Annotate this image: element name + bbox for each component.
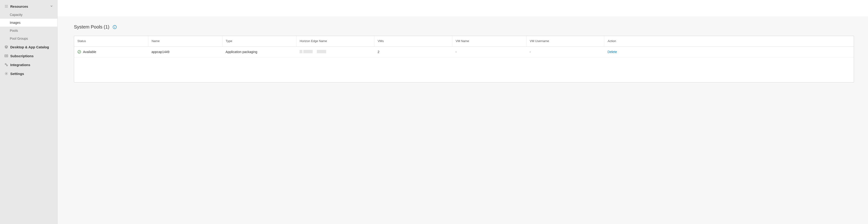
redacted-value [300,50,371,54]
col-header-status[interactable]: Status [74,36,148,47]
sidebar-item-label: Integrations [10,63,30,67]
svg-point-19 [78,50,81,53]
col-header-name[interactable]: Name [148,36,222,47]
svg-point-12 [5,63,6,65]
redacted-block [303,50,313,53]
sidebar-item-pool-groups[interactable]: Pool Groups [0,34,57,43]
sidebar-group-label: Resources [10,4,28,8]
sidebar-item-integrations[interactable]: Integrations [0,60,57,69]
svg-point-5 [7,6,7,6]
cell-vm-name: - [452,47,526,57]
panel-title: System Pools (1) [74,24,110,30]
svg-point-0 [5,5,6,6]
grid-icon [4,4,8,8]
cell-vms: 2 [374,47,452,57]
svg-point-4 [6,6,6,6]
delete-link[interactable]: Delete [608,50,617,54]
sidebar-item-images[interactable]: Images [0,19,57,27]
svg-point-3 [5,6,6,6]
svg-point-15 [6,73,7,74]
sidebar-item-label: Pool Groups [10,37,28,40]
sidebar: Resources Capacity Images Pools Pool Gro… [0,0,58,224]
svg-point-7 [6,7,6,7]
sidebar-item-subscriptions[interactable]: Subscriptions [0,51,57,60]
sidebar-item-capacity[interactable]: Capacity [0,11,57,19]
sidebar-group-resources[interactable]: Resources [0,2,57,11]
col-header-type[interactable]: Type [222,36,296,47]
system-pools-table: Status Name Type Horizon Edge Name VMs V… [74,36,854,82]
col-header-vms[interactable]: VMs [374,36,452,47]
col-header-vm-username[interactable]: VM Username [526,36,604,47]
sidebar-item-label: Images [10,21,21,25]
cell-action: Delete [604,47,854,57]
table-header-row: Status Name Type Horizon Edge Name VMs V… [74,36,854,47]
col-header-vm-name[interactable]: VM Name [452,36,526,47]
top-spacer [58,0,868,16]
status-text: Available [83,50,96,54]
layers-icon [4,45,8,49]
cell-status: Available [74,47,148,57]
link-icon [4,63,8,67]
list-box-icon [4,54,8,58]
main-content: System Pools (1) Status Name Type Horizo… [58,0,868,224]
col-header-horizon-edge-name[interactable]: Horizon Edge Name [296,36,374,47]
sidebar-item-label: Pools [10,29,18,32]
svg-point-13 [6,65,8,66]
svg-point-18 [115,26,115,26]
sidebar-item-settings[interactable]: Settings [0,69,57,78]
svg-point-6 [5,7,6,7]
sidebar-item-label: Subscriptions [10,54,34,58]
status-cell: Available [78,50,145,54]
redacted-block [300,50,302,53]
table: Status Name Type Horizon Edge Name VMs V… [74,36,854,57]
gear-icon [4,72,8,76]
svg-point-2 [7,5,7,6]
redacted-block [317,50,326,53]
sidebar-item-pools[interactable]: Pools [0,27,57,34]
sidebar-item-desktop-app-catalog[interactable]: Desktop & App Catalog [0,43,57,51]
sidebar-item-label: Capacity [10,13,22,17]
col-header-action[interactable]: Action [604,36,854,47]
svg-rect-9 [5,55,8,57]
cell-vm-username: - [526,47,604,57]
chevron-down-icon [50,4,53,8]
cell-horizon-edge-name [296,47,374,57]
table-row: Available appcap1449 Application packagi… [74,47,854,57]
table-body: Available appcap1449 Application packagi… [74,47,854,57]
content-panel: System Pools (1) Status Name Type Horizo… [58,16,868,224]
info-icon[interactable] [113,25,117,29]
svg-point-1 [6,5,6,6]
cell-type: Application packaging [222,47,296,57]
check-circle-icon [78,50,81,54]
table-head: Status Name Type Horizon Edge Name VMs V… [74,36,854,47]
svg-line-14 [6,64,6,65]
svg-point-8 [7,7,7,7]
cell-name: appcap1449 [148,47,222,57]
sidebar-item-label: Settings [10,72,24,76]
panel-header: System Pools (1) [74,24,854,30]
sidebar-item-label: Desktop & App Catalog [10,45,49,49]
